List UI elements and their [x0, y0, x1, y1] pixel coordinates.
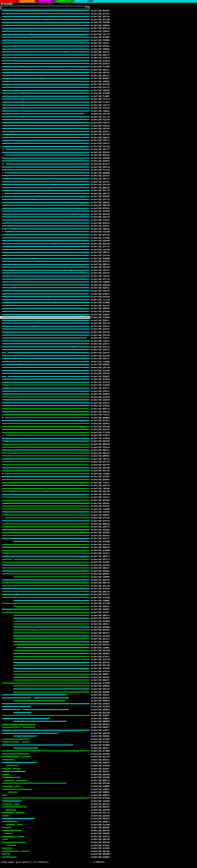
hit-bar[interactable] — [2, 373, 90, 374]
hit-label[interactable]: UniRef100_Q10741 — [91, 352, 109, 354]
hit-bar[interactable] — [14, 786, 21, 787]
hit-row[interactable]: UniRef100_Q9FU75 — [0, 54, 197, 57]
hit-row[interactable]: UniRef100_B9GKV5 — [0, 699, 197, 702]
hit-row[interactable]: UniRef100_Q6AVJ3 — [0, 614, 197, 617]
hit-row[interactable]: UniRef100_Q44250 — [0, 295, 197, 298]
hit-row[interactable]: UniRef100_Q32900 — [0, 92, 197, 95]
hit-bar[interactable] — [2, 216, 90, 217]
hit-row[interactable]: UniRef100_Q39832 — [0, 30, 197, 33]
hit-bar[interactable] — [2, 320, 90, 321]
hit-label[interactable]: UniRef100_P44715 — [91, 104, 109, 106]
hit-label[interactable]: UniRef100_Q42443 — [91, 428, 109, 431]
hit-label[interactable]: UniRef100_Q84ND4 — [91, 416, 109, 419]
hit-label[interactable]: UniRef100_A2YDN3 — [91, 753, 109, 755]
hit-bar[interactable] — [2, 444, 90, 445]
hit-label[interactable]: UniRef100_Q9TLH3 — [91, 234, 109, 236]
hit-row[interactable]: UniRef100_B9GD31 — [0, 605, 197, 608]
hit-row[interactable]: UniRef100_Q8GVY5 — [0, 679, 197, 682]
hit-row[interactable]: UniRef100_Q04N54 — [0, 393, 197, 396]
hit-bar[interactable] — [2, 405, 90, 406]
hit-bar[interactable] — [2, 827, 11, 828]
hit-bar[interactable] — [2, 349, 90, 350]
hit-label[interactable]: UniRef100_Q9FU75 — [91, 54, 109, 56]
hit-row[interactable]: UniRef100_P04714 — [0, 177, 197, 180]
hit-label[interactable]: UniRef100_Q9ZP42 — [91, 423, 109, 425]
hit-label[interactable]: UniRef100_A3CCJ4 — [91, 812, 109, 814]
hit-row[interactable]: UniRef100_P27490 — [0, 431, 197, 434]
hit-bar[interactable] — [2, 202, 90, 203]
hit-label[interactable]: UniRef100_Q7X9A3 — [91, 475, 109, 478]
hit-row[interactable]: UniRef100_Q8LLD5 — [0, 490, 197, 493]
hit-row[interactable]: UniRef100_B9FVF4 — [0, 534, 197, 537]
hit-row[interactable]: UniRef100_Q42823 — [0, 62, 197, 65]
hit-row[interactable]: UniRef100_C0P3Y4 — [0, 458, 197, 461]
hit-bar[interactable] — [2, 585, 90, 586]
hit-row[interactable]: UniRef100_P05348 — [0, 266, 197, 269]
hit-label[interactable]: UniRef100_Q0JNV7 — [91, 768, 109, 770]
hit-row[interactable]: UniRef100_A2YHF7 — [0, 611, 197, 614]
hit-bar[interactable] — [13, 606, 90, 607]
hit-label[interactable]: UniRef100_Q42823 — [91, 63, 109, 65]
hit-row[interactable]: UniRef100_Q84NQ5 — [0, 363, 197, 366]
hit-label[interactable]: UniRef100_Q68NB8 — [91, 172, 109, 174]
hit-label[interactable]: UniRef100_B9FZN1 — [91, 676, 109, 679]
hit-row[interactable]: UniRef100_Q0D4J7 — [0, 566, 197, 570]
hit-row[interactable]: UniRef100_Q5W6R3 — [0, 785, 197, 788]
hit-row[interactable]: UniRef100_Q10745 — [0, 348, 197, 351]
hit-row[interactable]: UniRef100_A9NYB5 — [0, 307, 197, 310]
hit-row[interactable]: UniRef100_Q39744 — [0, 272, 197, 275]
hit-bar[interactable] — [2, 16, 90, 17]
hit-label[interactable]: UniRef100_Q9ZTP4 — [91, 464, 109, 466]
hit-row[interactable]: UniRef100_Q9ZP42 — [0, 422, 197, 425]
hit-label[interactable]: UniRef100_B8YLW6 — [91, 426, 109, 428]
hit-label[interactable]: UniRef100_B6T9H0 — [91, 499, 109, 502]
hit-label[interactable]: UniRef100_P19308 — [91, 361, 109, 363]
hit-label[interactable]: UniRef100_Q94562 — [91, 160, 109, 162]
hit-bar[interactable] — [2, 520, 90, 521]
hit-row[interactable]: UniRef100_P07179 — [0, 189, 197, 192]
hit-bar[interactable] — [2, 187, 90, 188]
hit-bar[interactable] — [2, 851, 20, 852]
hit-row[interactable]: UniRef100_P27985 — [0, 237, 197, 240]
hit-row[interactable]: UniRef100_Q7XGK1 — [0, 844, 197, 847]
hit-bar[interactable] — [2, 698, 31, 698]
hit-label[interactable]: UniRef100_A9PJN7 — [91, 71, 109, 74]
hit-label[interactable]: UniRef100_C5X1L5 — [91, 496, 109, 498]
hit-label[interactable]: UniRef100_Q7XR29 — [91, 703, 109, 705]
hit-label[interactable]: UniRef100_Q5VRH4 — [91, 620, 109, 623]
hit-bar[interactable] — [13, 691, 90, 692]
hit-label[interactable]: UniRef100_P29064 — [91, 39, 109, 41]
hit-bar[interactable] — [2, 762, 35, 763]
hit-row[interactable]: UniRef100_Q0JJD9 — [0, 649, 197, 652]
hit-label[interactable]: UniRef100_B9F1C9 — [91, 558, 109, 561]
hit-label[interactable]: UniRef100_P27985 — [91, 237, 109, 239]
hit-label[interactable]: UniRef100_A9YTJ7 — [91, 148, 109, 151]
hit-label[interactable]: UniRef100_Q42815 — [91, 51, 109, 53]
hit-bar[interactable] — [2, 220, 90, 220]
hit-row[interactable]: UniRef100_A9PG69 — [0, 157, 197, 160]
hit-row[interactable]: UniRef100_A2X9D0 — [0, 540, 197, 543]
hit-bar[interactable] — [2, 804, 12, 805]
hit-row[interactable]: UniRef100_Q10LV9 — [0, 543, 197, 546]
hit-label[interactable]: UniRef100_B9FQ95 — [91, 629, 109, 631]
hit-row[interactable]: UniRef100_P08705 — [0, 227, 197, 230]
hit-row[interactable]: UniRef100_Q39749 — [0, 322, 197, 325]
hit-bar[interactable] — [2, 34, 90, 35]
hit-label[interactable]: UniRef100_Q0DJG1 — [91, 449, 109, 452]
hit-label[interactable]: UniRef100_Q24045 — [91, 378, 109, 380]
hit-bar[interactable] — [2, 343, 90, 344]
hit-label[interactable]: UniRef100_A3C3P5 — [91, 741, 109, 743]
hit-row[interactable]: UniRef100_C5X3N2 — [0, 472, 197, 475]
hit-row[interactable]: UniRef100_Q2QYT8 — [0, 525, 197, 528]
hit-bar[interactable] — [2, 196, 90, 197]
hit-label[interactable]: UniRef100_B9G5S1 — [91, 759, 109, 761]
hit-bar[interactable] — [5, 173, 90, 173]
hit-bar[interactable] — [2, 341, 90, 341]
hit-bar[interactable] — [13, 712, 31, 713]
hit-label[interactable]: UniRef100_Q0E2Y8 — [91, 591, 109, 593]
hit-bar[interactable] — [2, 523, 90, 524]
hit-label[interactable]: UniRef100_C1J218 — [91, 299, 109, 301]
hit-label[interactable]: UniRef100_B9FCW4 — [91, 841, 109, 844]
hit-row[interactable]: UniRef100_A2ZGW5 — [0, 776, 197, 779]
hit-label[interactable]: UniRef100_Q43746 — [91, 254, 109, 257]
